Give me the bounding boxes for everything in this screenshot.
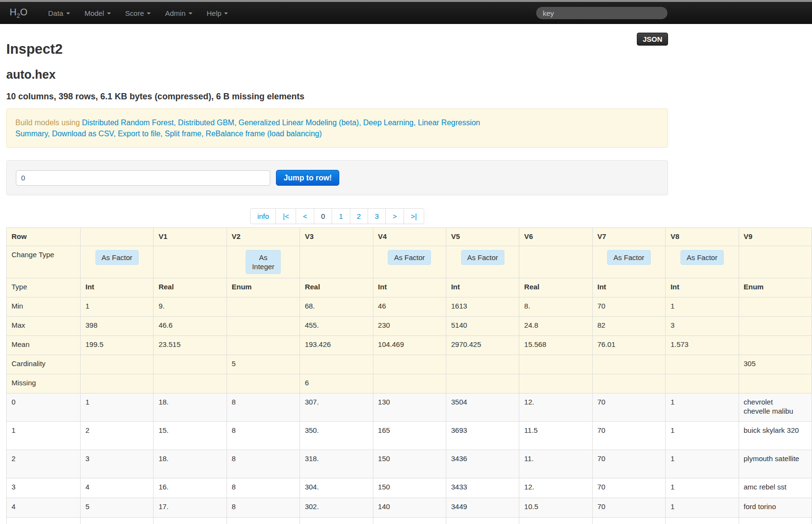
jump-to-row-button[interactable]: Jump to row! [276,170,339,186]
chevron-down-icon [147,12,151,14]
stat-value: 5140 [446,317,519,336]
stat-value: 1613 [446,298,519,317]
data-cell: 1 [666,478,739,498]
frame-action-link[interactable]: Split frame [165,130,201,138]
change-type-button[interactable]: As Integer [246,250,281,274]
chevron-down-icon [224,12,228,14]
row-index-cell: 2 [7,450,81,478]
stat-value [666,374,739,393]
data-cell: 18. [154,393,227,422]
data-cell: 70 [592,393,665,422]
change-type-button[interactable]: As Factor [461,250,504,265]
data-cell: 150 [373,450,446,478]
stat-value [446,374,519,393]
data-cell: 11.5 [519,422,592,450]
change-type-button[interactable]: As Factor [607,250,650,265]
stat-row-label: Max [7,317,81,336]
data-cell: 3693 [446,422,519,450]
table-row: 2318.8318.150343611.701plymouth satellit… [7,450,812,478]
page-title: Inspect2 [6,41,668,57]
row-index-cell: 0 [7,393,81,422]
data-cell: 3433 [446,478,519,498]
stat-value: 23.515 [154,336,227,355]
stat-value: Int [373,278,446,298]
stat-row-label: Min [7,298,81,317]
action-links: Summary, Download as CSV, Export to file… [15,130,322,138]
data-cell: 12. [519,478,592,498]
nav-item-label: Model [84,9,104,17]
build-model-link[interactable]: Distributed GBM [178,119,234,127]
data-body: 0118.8307.130350412.701chevrolet chevell… [7,393,812,524]
stat-value [373,374,446,393]
table-row-partial [7,518,812,524]
car-name: plymouth satellite [744,454,800,463]
frame-action-link[interactable]: Download as CSV [52,130,113,138]
stat-value: 398 [81,317,154,336]
stat-value: 3 [666,317,739,336]
data-cell [373,518,446,524]
column-header-v3: V3 [300,228,373,246]
table-row: 0118.8307.130350412.701chevrolet chevell… [7,393,812,422]
page-item[interactable]: |< [275,209,296,224]
nav-item-help[interactable]: Help [200,2,236,24]
link-separator: , [359,119,363,127]
stat-value: Real [519,278,592,298]
row-number-input[interactable] [16,170,270,186]
search-input[interactable] [536,6,668,20]
nav-item-admin[interactable]: Admin [158,2,200,24]
data-cell: 2 [81,422,154,450]
car-name: buick skylark 320 [744,426,799,435]
stat-value: 1 [666,298,739,317]
nav-item-model[interactable]: Model [77,2,118,24]
page-item-current[interactable]: 0 [314,209,332,224]
change-type-button[interactable]: As Factor [681,250,724,265]
data-cell [519,518,592,524]
build-models-alert: Build models using Distributed Random Fo… [6,108,668,148]
page-item[interactable]: 2 [350,209,368,224]
stat-value [154,355,227,374]
stat-value: 104.469 [373,336,446,355]
page-item[interactable]: >| [404,209,424,224]
page-item[interactable]: > [385,209,404,224]
data-cell [300,518,373,524]
frame-inspect-table: RowV1V2V3V4V5V6V7V8V9 Change TypeAs Fact… [6,227,812,524]
stat-value: Int [592,278,665,298]
change-type-cell [739,246,812,278]
stat-value: 76.01 [592,336,665,355]
change-type-button[interactable]: As Factor [388,250,431,265]
data-cell: 3449 [446,498,519,518]
nav-item-score[interactable]: Score [118,2,158,24]
stat-value: 2970.425 [446,336,519,355]
frame-action-link[interactable]: ReBalance frame (load balancing) [206,130,322,138]
brand-o: O [20,7,28,17]
json-button[interactable]: JSON [637,33,668,46]
car-name: chevrolet chevelle malibu [744,397,800,416]
frame-action-link[interactable]: Summary [15,130,48,138]
data-cell: 3436 [446,450,519,478]
build-model-link[interactable]: Generalized Linear Modeling (beta) [239,119,359,127]
build-model-link[interactable]: Distributed Random Forest [82,119,174,127]
brand-sub: 2 [16,12,20,19]
stat-value: Int [81,278,154,298]
build-model-link[interactable]: Deep Learning [363,119,414,127]
nav-item-label: Data [48,9,63,17]
page-item[interactable]: 1 [332,209,349,224]
nav-item-data[interactable]: Data [41,2,77,24]
build-model-link[interactable]: Linear Regression [418,119,480,127]
stat-value: 6 [300,374,373,393]
stat-value: 199.5 [81,336,154,355]
page-item[interactable]: < [296,209,314,224]
frame-action-link[interactable]: Export to file [118,130,160,138]
table-row: 4517.8302.140344910.5701ford torino [7,498,812,518]
page-item[interactable]: info [251,209,275,224]
h2o-logo[interactable]: H2O [10,7,27,19]
stat-value: 455. [300,317,373,336]
page-item[interactable]: 3 [368,209,385,224]
row-index-cell: 4 [7,498,81,518]
stat-row-max: Max39846.6455.230514024.8823 [7,317,812,336]
nav-item-label: Help [207,9,222,17]
stat-value: 70 [592,298,665,317]
change-type-cell: As Factor [81,246,154,278]
change-type-button[interactable]: As Factor [96,250,139,265]
stat-value [592,355,665,374]
